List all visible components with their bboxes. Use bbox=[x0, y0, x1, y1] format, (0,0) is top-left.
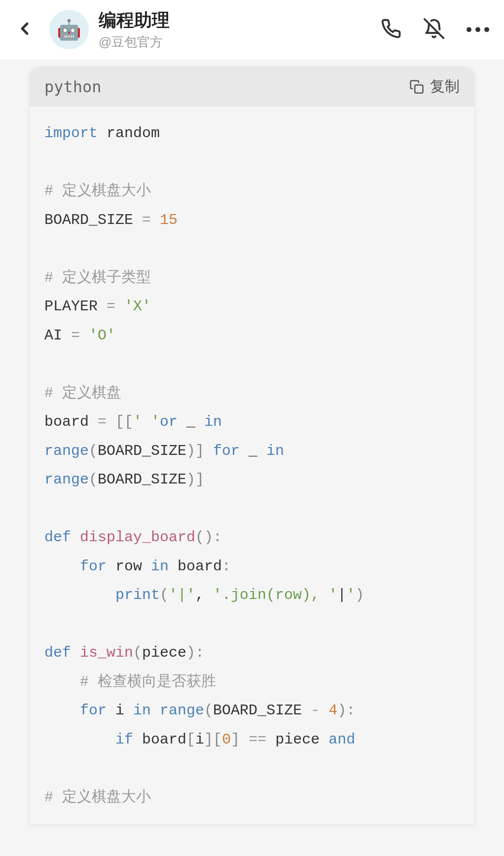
code-token: = bbox=[71, 327, 89, 344]
code-token: display_board bbox=[80, 529, 195, 546]
avatar[interactable]: 🤖 bbox=[49, 10, 89, 49]
code-token: # 检查横向是否获胜 bbox=[80, 673, 216, 690]
code-token: ' ' bbox=[133, 413, 160, 430]
code-token: in bbox=[204, 413, 222, 430]
svg-rect-1 bbox=[415, 85, 423, 93]
code-token: _ bbox=[240, 443, 266, 459]
language-label: python bbox=[44, 77, 102, 96]
code-token: )] bbox=[186, 471, 204, 488]
code-token: = bbox=[107, 298, 124, 315]
code-token: '|' bbox=[169, 587, 195, 603]
code-token: BOARD_SIZE bbox=[98, 471, 186, 488]
chat-title: 编程助理 bbox=[99, 8, 381, 33]
code-token: for bbox=[204, 443, 240, 459]
code-token: board bbox=[169, 558, 222, 575]
code-token: ][ bbox=[204, 731, 222, 748]
svg-line-0 bbox=[425, 19, 444, 38]
code-token: [[ bbox=[115, 413, 133, 430]
code-token: _ bbox=[178, 413, 204, 430]
chat-subtitle: @豆包官方 bbox=[99, 34, 381, 51]
code-token: board bbox=[44, 413, 98, 430]
back-button[interactable] bbox=[15, 19, 35, 40]
code-token: # 定义棋盘大小 bbox=[44, 789, 151, 806]
code-token: ): bbox=[186, 644, 204, 661]
code-token: if bbox=[115, 731, 133, 748]
code-token: ] bbox=[231, 731, 240, 748]
code-token: )] bbox=[186, 443, 204, 459]
code-token: # 定义棋盘大小 bbox=[44, 183, 151, 199]
code-header: python 复制 bbox=[30, 67, 474, 107]
code-token: 'X' bbox=[124, 298, 151, 315]
code-token: AI bbox=[44, 327, 71, 344]
code-token: piece bbox=[142, 644, 186, 661]
code-token: piece bbox=[275, 731, 328, 748]
code-content[interactable]: import random # 定义棋盘大小 BOARD_SIZE = 15 #… bbox=[30, 107, 474, 824]
mute-button[interactable] bbox=[424, 18, 444, 41]
code-token: , bbox=[195, 587, 213, 603]
code-token: : bbox=[222, 558, 231, 575]
code-token: board bbox=[133, 731, 186, 748]
chevron-left-icon bbox=[15, 19, 35, 38]
code-block: python 复制 import random # 定义棋盘大小 BOARD_S… bbox=[30, 67, 474, 824]
copy-label: 复制 bbox=[430, 76, 460, 97]
code-token: BOARD_SIZE bbox=[44, 212, 142, 228]
code-token bbox=[151, 702, 160, 719]
avatar-emoji: 🤖 bbox=[57, 18, 81, 41]
code-token: print bbox=[115, 587, 160, 603]
code-token: ( bbox=[89, 443, 98, 459]
code-token: [ bbox=[186, 731, 195, 748]
code-token: for bbox=[80, 702, 107, 719]
code-token: - bbox=[311, 702, 328, 719]
code-token: 0 bbox=[222, 731, 231, 748]
more-dot bbox=[467, 27, 471, 32]
chat-header: 🤖 编程助理 @豆包官方 bbox=[0, 0, 504, 59]
code-token: is_win bbox=[80, 644, 133, 661]
code-token: in bbox=[133, 702, 151, 719]
code-token: i bbox=[195, 731, 204, 748]
bell-off-icon bbox=[424, 18, 444, 39]
code-token: import bbox=[44, 125, 98, 142]
code-token: def bbox=[44, 644, 80, 661]
call-button[interactable] bbox=[381, 18, 401, 41]
code-token: ) bbox=[355, 587, 364, 603]
code-token: ( bbox=[160, 587, 169, 603]
code-token: # 定义棋子类型 bbox=[44, 269, 151, 286]
code-token: (): bbox=[195, 529, 222, 546]
code-token: ( bbox=[89, 471, 98, 488]
code-token: ( bbox=[133, 644, 142, 661]
code-token: range bbox=[44, 443, 89, 459]
code-token: == bbox=[240, 731, 275, 748]
more-button[interactable] bbox=[467, 27, 489, 32]
copy-button[interactable]: 复制 bbox=[409, 76, 460, 97]
phone-icon bbox=[381, 18, 401, 39]
code-token: ): bbox=[337, 702, 355, 719]
more-dot bbox=[475, 27, 480, 32]
code-token: in bbox=[151, 558, 169, 575]
title-group: 编程助理 @豆包官方 bbox=[99, 8, 381, 51]
code-token: range bbox=[44, 471, 89, 488]
code-token: 4 bbox=[328, 702, 337, 719]
code-token: 'O' bbox=[89, 327, 115, 344]
code-token: BOARD_SIZE bbox=[213, 702, 311, 719]
code-token: or bbox=[160, 413, 178, 430]
more-dot bbox=[484, 27, 489, 32]
code-token: def bbox=[44, 529, 80, 546]
header-actions bbox=[381, 18, 489, 41]
code-token: BOARD_SIZE bbox=[98, 443, 186, 459]
code-token: PLAYER bbox=[44, 298, 107, 315]
code-token: = bbox=[142, 212, 160, 228]
code-token: row bbox=[107, 558, 151, 575]
code-token: in bbox=[266, 443, 284, 459]
code-token: range bbox=[160, 702, 204, 719]
code-token: # 定义棋盘 bbox=[44, 385, 121, 402]
code-token: ( bbox=[204, 702, 213, 719]
code-token: 15 bbox=[160, 212, 178, 228]
code-token: random bbox=[98, 125, 160, 142]
copy-icon bbox=[409, 79, 424, 94]
code-token: i bbox=[107, 702, 133, 719]
code-token: = bbox=[98, 413, 115, 430]
code-token: ' bbox=[346, 587, 355, 603]
code-token: for bbox=[80, 558, 107, 575]
code-token: | bbox=[337, 587, 346, 603]
code-token: '.join(row), ' bbox=[213, 587, 337, 603]
